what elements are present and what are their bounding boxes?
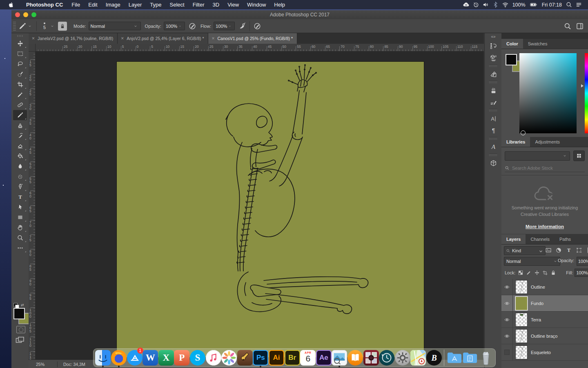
canvas[interactable] bbox=[117, 62, 424, 357]
cloud-pause-icon[interactable] bbox=[463, 1, 470, 8]
history-clock-icon[interactable] bbox=[472, 1, 479, 8]
tab-channels[interactable]: Channels bbox=[526, 234, 554, 244]
minimize-window-button[interactable] bbox=[23, 12, 28, 17]
more-information-link[interactable]: More information bbox=[501, 224, 588, 229]
smudge-tool[interactable] bbox=[13, 171, 27, 182]
dock-item-illustrator[interactable]: Ai bbox=[269, 349, 285, 367]
opacity-field[interactable]: 100% bbox=[577, 257, 588, 266]
paragraph-panel-icon[interactable]: ¶ bbox=[487, 125, 499, 136]
dock-item-bridge[interactable]: Br bbox=[284, 349, 300, 367]
foreground-color-swatch[interactable] bbox=[13, 308, 25, 319]
search-adobe-stock-input[interactable]: Search Adobe Stock bbox=[505, 164, 585, 172]
menu-clock[interactable]: Fri 07:18 bbox=[541, 2, 563, 8]
layer-row[interactable]: Fundo bbox=[501, 295, 588, 312]
brush-settings-panel-icon[interactable] bbox=[487, 85, 499, 96]
tab-layers[interactable]: Layers bbox=[501, 234, 526, 244]
filter-image-icon[interactable] bbox=[544, 246, 553, 254]
clone-stamp-tool[interactable] bbox=[13, 120, 27, 130]
dock-item-preview[interactable] bbox=[332, 349, 347, 367]
layer-row[interactable]: Outline braço bbox=[501, 328, 588, 344]
menu-select[interactable]: Select bbox=[165, 0, 188, 9]
tab-swatches[interactable]: Swatches bbox=[523, 39, 552, 49]
color-picker-gradient[interactable] bbox=[519, 53, 577, 133]
filter-page-icon[interactable] bbox=[585, 246, 588, 254]
rectangle-tool[interactable] bbox=[13, 212, 27, 222]
layer-filter-select[interactable]: Kind bbox=[504, 246, 546, 255]
brushes-panel-icon[interactable] bbox=[487, 96, 499, 108]
screen-mode-button[interactable] bbox=[16, 337, 24, 344]
brush-tool[interactable] bbox=[13, 110, 27, 120]
menu-layer[interactable]: Layer bbox=[125, 0, 146, 9]
eyedropper-tool[interactable] bbox=[13, 90, 27, 100]
layer-visibility-toggle[interactable] bbox=[501, 328, 513, 344]
blend-mode-select[interactable]: Normal bbox=[504, 257, 560, 266]
brush-tool-preset-icon[interactable] bbox=[18, 22, 27, 30]
crop-tool[interactable] bbox=[13, 79, 27, 90]
eraser-tool[interactable] bbox=[13, 141, 27, 151]
lock-brush-sm-icon[interactable] bbox=[525, 269, 532, 276]
filter-type-icon[interactable]: T bbox=[564, 246, 573, 254]
zoom-tool[interactable] bbox=[13, 233, 27, 243]
dock-item-skype[interactable]: S bbox=[190, 349, 206, 367]
layer-thumbnail[interactable] bbox=[516, 313, 527, 326]
flow-select[interactable]: 100% bbox=[214, 22, 235, 30]
search-icon[interactable] bbox=[564, 22, 572, 30]
marquee-tool[interactable] bbox=[13, 49, 27, 59]
close-tab-icon[interactable]: × bbox=[32, 36, 35, 41]
library-view-grid-button[interactable] bbox=[573, 150, 585, 161]
dock-item-finder[interactable] bbox=[95, 349, 111, 367]
hand-tool[interactable] bbox=[13, 222, 27, 233]
expand-panels-icon[interactable]: «» bbox=[485, 33, 502, 40]
dock-item-ibooks[interactable] bbox=[347, 349, 363, 367]
tab-libraries[interactable]: Libraries bbox=[501, 137, 530, 147]
tab-adjustments[interactable]: Adjustments bbox=[530, 137, 565, 147]
pen-tool[interactable] bbox=[13, 182, 27, 192]
dock-item-after-effects[interactable]: Ae bbox=[316, 349, 332, 367]
dock-item-system-preferences[interactable] bbox=[395, 349, 411, 367]
brush-size-preview[interactable]: 5 bbox=[40, 22, 49, 30]
character-panel-icon[interactable]: A bbox=[487, 113, 499, 124]
dock-item-firefox[interactable] bbox=[111, 349, 127, 367]
dock-item-documents-folder[interactable] bbox=[462, 349, 478, 367]
lock-checker-icon[interactable] bbox=[517, 269, 524, 276]
dock-item-trash[interactable] bbox=[478, 349, 494, 367]
layer-visibility-toggle[interactable] bbox=[501, 295, 513, 311]
dock-item-photoshop[interactable]: Ps bbox=[253, 349, 269, 367]
airbrush-icon[interactable] bbox=[238, 22, 246, 30]
layer-thumbnail[interactable] bbox=[516, 330, 527, 343]
lock-lock-icon[interactable] bbox=[550, 269, 557, 276]
device-preview-panel-icon[interactable] bbox=[487, 52, 499, 63]
close-window-button[interactable] bbox=[15, 12, 20, 17]
zoom-window-button[interactable] bbox=[31, 12, 36, 17]
layer-visibility-toggle[interactable] bbox=[501, 344, 513, 360]
close-tab-icon[interactable]: × bbox=[212, 36, 214, 41]
swap-colors-icon[interactable]: ⇄ bbox=[21, 303, 24, 307]
quick-mask-button[interactable] bbox=[16, 326, 25, 333]
zoom-level[interactable]: 25% bbox=[36, 362, 57, 367]
lasso-tool[interactable] bbox=[13, 59, 27, 69]
dock-item-b-app[interactable]: B bbox=[426, 349, 442, 367]
artboards-panel-icon[interactable] bbox=[487, 68, 499, 80]
color-cursor[interactable] bbox=[521, 130, 526, 135]
wifi-icon[interactable] bbox=[502, 1, 509, 8]
volume-icon[interactable] bbox=[482, 1, 489, 8]
dock-item-calendar[interactable]: APR6 bbox=[300, 349, 316, 367]
close-tab-icon[interactable]: × bbox=[121, 36, 124, 41]
path-selection-tool[interactable] bbox=[13, 202, 27, 212]
window-titlebar[interactable]: Adobe Photoshop CC 2017 bbox=[11, 10, 588, 19]
apple-menu-icon[interactable] bbox=[8, 2, 14, 8]
history-brush-tool[interactable] bbox=[13, 130, 27, 141]
document-tab[interactable]: ×AnjoV2.psd @ 25,4% (Layer 6, RGB/8) * bbox=[118, 33, 208, 44]
layer-thumbnail[interactable] bbox=[516, 280, 527, 294]
menu-view[interactable]: View bbox=[223, 0, 243, 9]
dock-item-app-store[interactable]: 1 bbox=[127, 349, 143, 367]
opacity-select[interactable]: 100% bbox=[164, 22, 185, 30]
hue-slider[interactable] bbox=[585, 53, 588, 133]
tab-color[interactable]: Color bbox=[501, 39, 523, 49]
glyphs-panel-icon[interactable]: A bbox=[487, 141, 499, 153]
dock-item-excel[interactable]: X bbox=[158, 349, 174, 367]
dock-item-photos[interactable] bbox=[221, 349, 237, 367]
options-grip[interactable] bbox=[13, 22, 16, 31]
document-tab[interactable]: ×CanosV1.psd @ 25% (Fundo, RGB/8) * bbox=[208, 33, 297, 44]
tab-paths[interactable]: Paths bbox=[555, 234, 576, 244]
